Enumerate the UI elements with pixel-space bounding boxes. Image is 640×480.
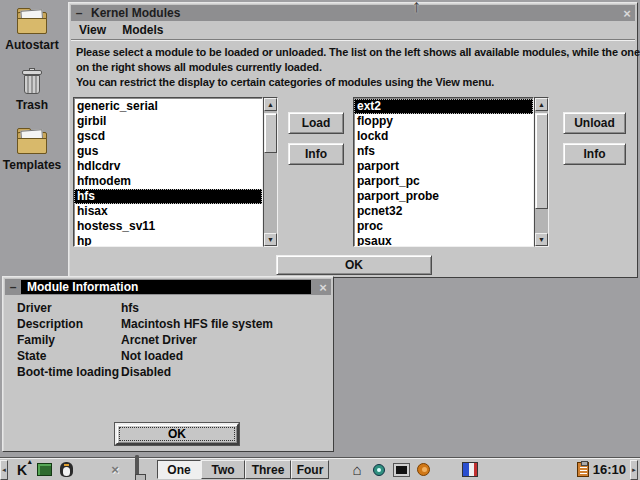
list-item[interactable]: generic_serial bbox=[74, 99, 262, 114]
list-item[interactable]: floppy bbox=[354, 114, 533, 129]
list-item[interactable]: parport_probe bbox=[354, 189, 533, 204]
loaded-modules-scrollbar[interactable]: ▲ ▼ bbox=[534, 97, 549, 247]
close-icon[interactable]: × bbox=[619, 6, 635, 20]
panel-collapse-right[interactable]: ► bbox=[630, 460, 638, 480]
minimize-icon[interactable]: – bbox=[5, 280, 21, 294]
load-button[interactable]: Load bbox=[288, 112, 344, 134]
kernel-modules-window: – Kernel Modules × View Models Please se… bbox=[68, 2, 638, 278]
k-menu-button[interactable]: K▲ bbox=[12, 461, 32, 479]
clipboard-icon[interactable] bbox=[577, 462, 589, 477]
list-item[interactable]: parport bbox=[354, 159, 533, 174]
list-item[interactable]: hp bbox=[74, 234, 262, 247]
list-item[interactable]: girbil bbox=[74, 114, 262, 129]
folder-icon bbox=[15, 128, 49, 156]
ok-button[interactable]: OK bbox=[115, 423, 239, 445]
info-row-description: Description Macintosh HFS file system bbox=[17, 317, 325, 333]
trash-icon bbox=[15, 68, 49, 96]
scroll-down-icon[interactable]: ▼ bbox=[535, 233, 548, 246]
scroll-up-icon[interactable]: ▲ bbox=[264, 98, 277, 111]
folder-icon bbox=[15, 8, 49, 36]
list-item[interactable]: gus bbox=[74, 144, 262, 159]
desktop-icon-templates[interactable]: Templates bbox=[0, 128, 64, 172]
app-window-icon bbox=[462, 462, 478, 477]
module-information-dialog: – Module Information × Driver hfs Descri… bbox=[2, 276, 334, 452]
loaded-modules-list[interactable]: ext2floppylockdnfsparportparport_pcparpo… bbox=[353, 97, 534, 247]
list-item[interactable]: nfs bbox=[354, 144, 533, 159]
list-item[interactable]: hostess_sv11 bbox=[74, 219, 262, 234]
list-item[interactable]: proc bbox=[354, 219, 533, 234]
available-modules-list[interactable]: generic_serialgirbilgscdgushdlcdrvhfmode… bbox=[73, 97, 263, 247]
x-tool-icon: × bbox=[111, 462, 119, 477]
list-item[interactable]: pcnet32 bbox=[354, 204, 533, 219]
kernel-modules-task-button[interactable] bbox=[460, 461, 480, 479]
info-label: Boot-time loading bbox=[17, 365, 121, 381]
home-icon: ⌂ bbox=[352, 461, 361, 478]
scrollbar-thumb[interactable] bbox=[535, 113, 548, 209]
k-menu-icon: K▲ bbox=[17, 462, 27, 478]
info-left-button[interactable]: Info bbox=[288, 143, 344, 165]
clock-area: 16:10 ► bbox=[577, 460, 640, 480]
dialog-titlebar[interactable]: – Module Information × bbox=[5, 279, 331, 295]
desktop-icon-trash[interactable]: Trash bbox=[0, 68, 64, 112]
window-list-icon bbox=[37, 463, 52, 476]
close-icon[interactable]: × bbox=[315, 280, 331, 294]
scroll-up-icon[interactable]: ▲ bbox=[535, 98, 548, 111]
shell-button[interactable] bbox=[413, 461, 433, 479]
list-item[interactable]: hisax bbox=[74, 204, 262, 219]
info-value: hfs bbox=[121, 301, 325, 317]
desktop-pager-two[interactable]: Two bbox=[201, 460, 245, 479]
mouse-cursor: ↑ bbox=[412, 0, 421, 17]
panel-collapse-left[interactable]: ◄ bbox=[0, 460, 8, 480]
kill-window-button[interactable]: × bbox=[105, 461, 125, 479]
lock-icon bbox=[135, 457, 146, 480]
list-item[interactable]: lockd bbox=[354, 129, 533, 144]
description-line: on the right shows all modules currently… bbox=[76, 60, 633, 75]
info-row-driver: Driver hfs bbox=[17, 301, 325, 317]
unload-button[interactable]: Unload bbox=[563, 112, 626, 134]
info-label: State bbox=[17, 349, 121, 365]
desktop: Autostart Trash Templates – Kernel Modul… bbox=[0, 0, 640, 480]
lock-screen-button[interactable] bbox=[130, 461, 150, 479]
info-value: Arcnet Driver bbox=[121, 333, 325, 349]
logout-button[interactable] bbox=[56, 461, 76, 479]
dialog-title: Module Information bbox=[21, 280, 311, 294]
list-item[interactable]: gscd bbox=[74, 129, 262, 144]
shell-icon bbox=[417, 463, 430, 476]
menu-models[interactable]: Models bbox=[114, 23, 171, 37]
desktop-icon-label: Trash bbox=[16, 98, 48, 112]
list-item[interactable]: hfs bbox=[74, 189, 262, 204]
description-text: Please select a module to be loaded or u… bbox=[76, 45, 633, 90]
scrollbar-thumb[interactable] bbox=[264, 113, 277, 153]
terminal-icon bbox=[394, 464, 409, 476]
desktop-icon-autostart[interactable]: Autostart bbox=[0, 8, 64, 52]
help-icon bbox=[373, 464, 385, 476]
penguin-icon bbox=[60, 462, 73, 477]
help-button[interactable] bbox=[369, 461, 389, 479]
list-item[interactable]: parport_pc bbox=[354, 174, 533, 189]
scroll-down-icon[interactable]: ▼ bbox=[264, 233, 277, 246]
info-label: Driver bbox=[17, 301, 121, 317]
list-item[interactable]: ext2 bbox=[354, 99, 533, 114]
terminal-button[interactable] bbox=[391, 461, 411, 479]
taskbar: ◄ K▲ × One Two Three Four ⌂ bbox=[0, 458, 640, 480]
info-label: Description bbox=[17, 317, 121, 333]
desktop-icon-label: Templates bbox=[3, 158, 61, 172]
list-item[interactable]: hdlcdrv bbox=[74, 159, 262, 174]
minimize-icon[interactable]: – bbox=[71, 6, 87, 20]
available-modules-scrollbar[interactable]: ▲ ▼ bbox=[263, 97, 278, 247]
home-button[interactable]: ⌂ bbox=[347, 461, 367, 479]
info-label: Family bbox=[17, 333, 121, 349]
list-item[interactable]: hfmodem bbox=[74, 174, 262, 189]
info-right-button[interactable]: Info bbox=[563, 143, 626, 165]
clock: 16:10 bbox=[593, 462, 626, 477]
list-item[interactable]: psaux bbox=[354, 234, 533, 247]
menu-view[interactable]: View bbox=[71, 23, 114, 37]
ok-button[interactable]: OK bbox=[276, 255, 432, 275]
desktop-pager-one[interactable]: One bbox=[157, 460, 201, 479]
info-value: Macintosh HFS file system bbox=[121, 317, 325, 333]
kernel-window-titlebar[interactable]: – Kernel Modules × bbox=[71, 5, 635, 21]
desktop-pager-three[interactable]: Three bbox=[245, 460, 291, 479]
info-row-family: Family Arcnet Driver bbox=[17, 333, 325, 349]
window-list-button[interactable] bbox=[34, 461, 54, 479]
desktop-pager-four[interactable]: Four bbox=[291, 460, 329, 479]
